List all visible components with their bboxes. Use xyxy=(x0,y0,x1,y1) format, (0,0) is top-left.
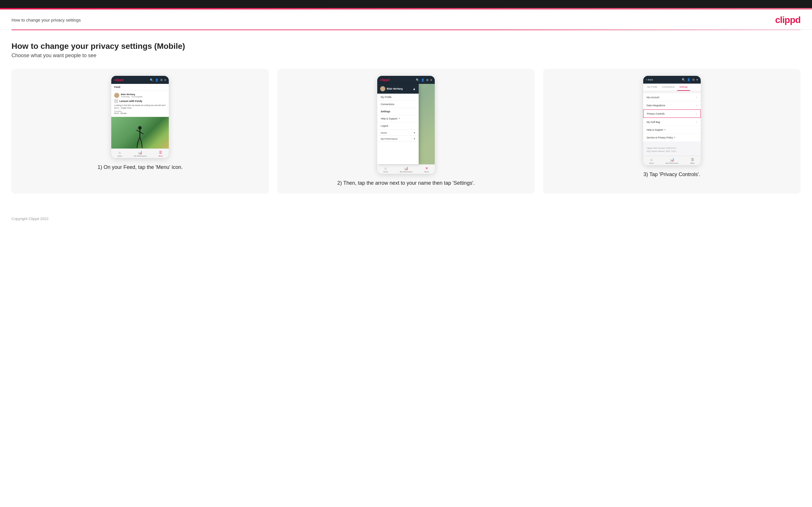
feed-user-row: Blair McHarg Yesterday · Sunningdale xyxy=(114,93,166,98)
nav3-menu-label: Menu xyxy=(691,162,695,164)
menu-user-info: Blair McHarg xyxy=(380,86,403,91)
lesson-title: Lesson with Fordy xyxy=(119,100,142,103)
phone1-bottom-nav: ⌂ Home 📊 My Performance ☰ Menu xyxy=(111,149,169,158)
phone1-icons: 🔍 👤 ⚙ ▾ xyxy=(150,78,166,81)
lesson-icon xyxy=(114,99,118,103)
page-subheading: Choose what you want people to see xyxy=(11,53,801,59)
menu-item-help: Help & Support ↗ xyxy=(377,115,419,122)
step-3-card: < Back 🔍 👤 ⚙ ▾ My Profile Connections Se… xyxy=(543,69,801,193)
step1-caption: 1) On your Feed, tap the 'Menu' icon. xyxy=(98,164,183,171)
user-icon-2: 👤 xyxy=(421,78,424,81)
settings-tabs: My Profile Connections Settings xyxy=(643,83,701,91)
nav-home: ⌂ Home xyxy=(117,151,122,157)
phone-2-mockup: clippd 🔍 👤 ⚙ ▾ xyxy=(377,76,435,174)
phone2-logo: clippd xyxy=(380,78,389,81)
nav3-home: ⌂ Home xyxy=(649,158,654,164)
svg-line-4 xyxy=(138,137,140,143)
avatar xyxy=(114,93,119,98)
chevron-my-golf-bag: › xyxy=(696,120,697,123)
phone3-icons: 🔍 👤 ⚙ ▾ xyxy=(682,78,698,81)
nav2-menu: ✕ Menu xyxy=(424,166,429,173)
menu-item-profile: My Profile xyxy=(377,94,419,101)
chart-icon-3: 📊 xyxy=(670,158,674,162)
close-icon: ✕ xyxy=(425,166,428,170)
settings-privacy-controls: Privacy Controls › xyxy=(643,109,701,118)
menu-icon-3: ☰ xyxy=(691,158,694,162)
feed-user-sub: Yesterday · Sunningdale xyxy=(121,96,143,98)
step-1-card: clippd 🔍 👤 ⚙ ▾ Feed Blair McHarg xyxy=(11,69,269,193)
user-icon: 👤 xyxy=(155,78,158,81)
performance-chevron: ▾ xyxy=(414,137,415,140)
feed-post: Blair McHarg Yesterday · Sunningdale Les… xyxy=(111,91,169,117)
settings-help-support: Help & Support ↗ xyxy=(643,126,701,133)
settings-icon-3: ⚙ xyxy=(692,78,695,81)
chevron-privacy-controls: › xyxy=(696,112,697,115)
nav2-menu-label: Menu xyxy=(424,171,429,173)
chevron-down-icon: ▾ xyxy=(164,78,166,81)
chevron-down-icon-2: ▾ xyxy=(430,78,432,81)
menu-item-connections: Connections xyxy=(377,101,419,108)
svg-line-3 xyxy=(140,132,144,134)
svg-line-6 xyxy=(137,143,138,148)
nav2-performance-label: My Performance xyxy=(400,171,412,173)
search-icon-3: 🔍 xyxy=(682,78,685,81)
feed-tab: Feed xyxy=(111,84,169,91)
phone3-header: < Back 🔍 👤 ⚙ ▾ xyxy=(643,76,701,83)
menu-item-settings: Settings xyxy=(377,108,419,115)
chevron-down-icon-3: ▾ xyxy=(697,78,698,81)
nav3-performance-label: My Performance xyxy=(666,162,678,164)
svg-line-5 xyxy=(140,137,142,143)
step2-caption: 2) Then, tap the arrow next to your name… xyxy=(337,179,475,187)
top-bar xyxy=(0,0,812,8)
steps-grid: clippd 🔍 👤 ⚙ ▾ Feed Blair McHarg xyxy=(11,69,801,193)
home-icon-2: ⌂ xyxy=(385,166,387,170)
chevron-my-account: › xyxy=(696,96,697,99)
ext-help-icon: ↗ xyxy=(664,129,666,131)
settings-version: Clippd Client Version: 2022.8.3-3 GQL Se… xyxy=(643,144,701,156)
menu-section-home: Home ▾ xyxy=(377,129,419,135)
nav3-performance: 📊 My Performance xyxy=(666,158,678,164)
duration-value: 01 hr : 30 min xyxy=(114,112,166,114)
tab-settings: Settings xyxy=(677,83,690,91)
svg-line-2 xyxy=(137,130,140,132)
menu-user-name: Blair McHarg xyxy=(387,87,403,90)
nav2-performance: 📊 My Performance xyxy=(400,166,412,173)
menu-user-row: Blair McHarg ▲ xyxy=(377,84,419,94)
phone2-bottom-nav: ⌂ Home 📊 My Performance ✕ Menu xyxy=(377,164,435,174)
footer: Copyright Clippd 2022 xyxy=(0,211,812,227)
phone2-header: clippd 🔍 👤 ⚙ ▾ xyxy=(377,76,435,84)
nav-menu: ☰ Menu xyxy=(158,151,163,157)
home-chevron: ▾ xyxy=(414,131,415,134)
menu-items-list: My Profile Connections Settings Help & S… xyxy=(377,94,419,142)
phone2-bg: Blair McHarg ▲ My Profile Connections Se… xyxy=(377,84,435,164)
feed-lesson-row: Lesson with Fordy xyxy=(114,99,166,103)
logo: clippd xyxy=(775,15,801,25)
ext-policy-icon: ↗ xyxy=(674,136,675,139)
golfer-silhouette xyxy=(134,125,147,149)
nav2-home: ⌂ Home xyxy=(383,166,388,173)
search-icon-2: 🔍 xyxy=(416,78,419,81)
phone1-header: clippd 🔍 👤 ⚙ ▾ xyxy=(111,76,169,84)
feed-description: Looking to feel like my hands are exitin… xyxy=(114,104,166,109)
menu-panel: Blair McHarg ▲ My Profile Connections Se… xyxy=(377,84,419,164)
svg-line-7 xyxy=(142,143,142,148)
main-content: How to change your privacy settings (Mob… xyxy=(0,30,812,211)
version-client: Clippd Client Version: 2022.8.3-3 xyxy=(647,147,697,150)
header-title: How to change your privacy settings xyxy=(11,17,81,22)
phone1-logo: clippd xyxy=(114,78,123,81)
chart-icon: 📊 xyxy=(138,151,142,155)
user-icon-3: 👤 xyxy=(687,78,691,81)
nav-home-label: Home xyxy=(117,155,122,157)
nav-menu-label: Menu xyxy=(158,155,163,157)
back-button: < Back xyxy=(646,78,653,81)
tab-my-profile: My Profile xyxy=(645,83,660,91)
settings-icon: ⚙ xyxy=(160,78,163,81)
phone-3-mockup: < Back 🔍 👤 ⚙ ▾ My Profile Connections Se… xyxy=(643,76,701,165)
settings-my-golf-bag: My Golf Bag › xyxy=(643,118,701,126)
menu-icon: ☰ xyxy=(159,151,162,155)
settings-service-privacy: Service & Privacy Policy ↗ xyxy=(643,134,701,141)
nav3-menu: ☰ Menu xyxy=(691,158,695,164)
menu-item-logout: Logout xyxy=(377,122,419,129)
menu-section-performance: My Performance ▾ xyxy=(377,135,419,142)
svg-point-0 xyxy=(138,126,142,129)
